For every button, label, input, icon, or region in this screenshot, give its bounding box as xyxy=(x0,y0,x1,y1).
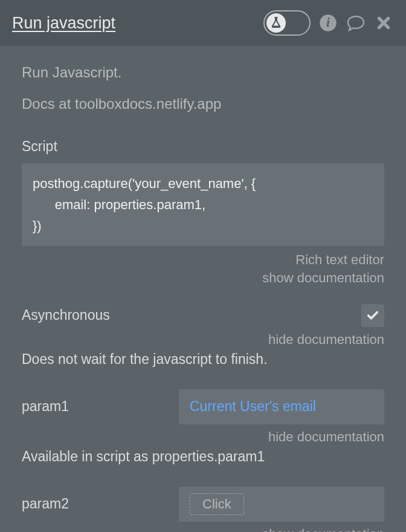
param1-doc-link[interactable]: hide documentation xyxy=(22,429,384,445)
modal-title[interactable]: Run javascript xyxy=(12,14,256,33)
flask-icon xyxy=(266,13,286,33)
description-line-1: Run Javascript. xyxy=(22,63,384,82)
param1-value[interactable]: Current User's email xyxy=(179,389,384,424)
comment-icon[interactable] xyxy=(346,13,366,33)
async-doc-link[interactable]: hide documentation xyxy=(22,332,384,348)
script-label: Script xyxy=(22,138,384,155)
modal-body: Run Javascript. Docs at toolboxdocs.netl… xyxy=(0,46,406,532)
modal-header: Run javascript i xyxy=(0,0,406,46)
rich-text-editor-link[interactable]: Rich text editor xyxy=(22,251,384,269)
description-line-2: Docs at toolboxdocs.netlify.app xyxy=(22,94,384,114)
param2-placeholder: Click xyxy=(190,493,244,515)
script-editor[interactable]: posthog.capture('your_event_name', { ema… xyxy=(22,163,384,247)
param2-doc-link[interactable]: show documentation xyxy=(22,527,384,532)
script-links: Rich text editor show documentation xyxy=(22,251,384,287)
async-row: Asynchronous xyxy=(22,304,384,327)
param1-label: param1 xyxy=(22,398,167,415)
script-show-doc-link[interactable]: show documentation xyxy=(22,269,384,287)
svg-text:i: i xyxy=(326,16,330,29)
experimental-toggle[interactable] xyxy=(263,10,311,36)
info-icon[interactable]: i xyxy=(318,13,338,33)
param2-label: param2 xyxy=(22,496,167,512)
param1-doc-text: Available in script as properties.param1 xyxy=(22,449,384,465)
param2-value[interactable]: Click xyxy=(179,487,384,522)
param1-row: param1 Current User's email xyxy=(22,389,384,424)
async-checkbox[interactable] xyxy=(361,304,384,327)
close-icon[interactable] xyxy=(373,13,394,33)
async-doc-text: Does not wait for the javascript to fini… xyxy=(22,351,384,368)
async-label: Asynchronous xyxy=(22,307,361,323)
check-icon xyxy=(366,309,379,322)
param2-row: param2 Click xyxy=(22,487,384,522)
